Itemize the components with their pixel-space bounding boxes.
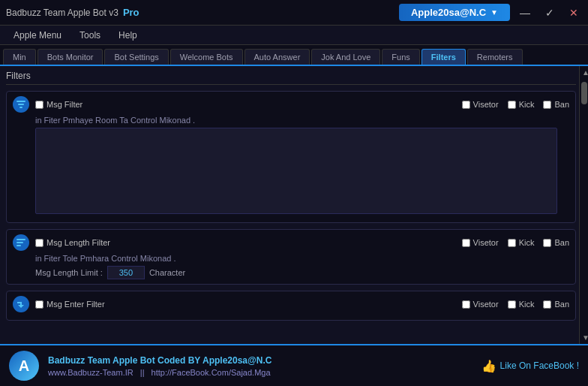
msg-enter-visetor[interactable] bbox=[462, 300, 470, 309]
title-bar: Badbuzz Team Apple Bot v3 Pro Apple20sa@… bbox=[0, 0, 588, 26]
msg-enter-ban-label[interactable]: Ban bbox=[543, 300, 569, 309]
funnel-icon bbox=[16, 99, 26, 110]
msg-enter-filter-header: Msg Enter Filter Visetor Kick Ban bbox=[13, 296, 569, 312]
msg-enter-filter-checkbox-label[interactable]: Msg Enter Filter bbox=[35, 300, 105, 309]
footer-url1[interactable]: www.Badbuzz-Team.IR bbox=[48, 368, 134, 377]
content-area: Filters Msg Filter bbox=[0, 66, 588, 344]
msg-filter-name: Msg Filter bbox=[46, 100, 82, 109]
main-content: ▲ ▼ Filters Msg Filter bbox=[0, 66, 588, 344]
msg-enter-kick-label[interactable]: Kick bbox=[508, 300, 535, 309]
msg-length-ban[interactable] bbox=[543, 239, 551, 247]
msg-length-filter-checkbox-label[interactable]: Msg Length Filter bbox=[35, 238, 110, 247]
dropdown-arrow-icon[interactable]: ▼ bbox=[490, 8, 498, 17]
scroll-thumb[interactable] bbox=[581, 82, 587, 104]
footer-text: Badbuzz Team Apple Bot Coded BY Apple20s… bbox=[48, 355, 482, 377]
msg-filter-checkbox[interactable] bbox=[35, 101, 44, 109]
tab-filters[interactable]: Filters bbox=[422, 49, 466, 65]
msg-filter-icon bbox=[13, 96, 29, 113]
msg-filter-visetor-label[interactable]: Visetor bbox=[462, 100, 499, 109]
tab-funs[interactable]: Funs bbox=[382, 49, 419, 65]
length-filter-icon bbox=[16, 237, 26, 248]
msg-enter-visetor-text: Visetor bbox=[473, 300, 499, 309]
msg-filter-textarea[interactable] bbox=[35, 128, 557, 214]
msg-filter-visetor[interactable] bbox=[462, 101, 470, 109]
tab-bots-monitor[interactable]: Bots Monitor bbox=[38, 49, 104, 65]
msg-filter-desc: in Fiter Pmhaye Room Ta Control Mikonad … bbox=[35, 116, 569, 125]
msg-enter-kick-text: Kick bbox=[519, 300, 535, 309]
msg-length-kick-text: Kick bbox=[519, 238, 535, 247]
tab-bot-settings[interactable]: Bot Settings bbox=[104, 49, 168, 65]
msg-filter-kick[interactable] bbox=[508, 101, 516, 109]
msg-length-ban-label[interactable]: Ban bbox=[543, 238, 569, 247]
msg-length-filter-checkbox[interactable] bbox=[35, 239, 44, 247]
svg-rect-3 bbox=[16, 239, 26, 240]
msg-filter-checkbox-label[interactable]: Msg Filter bbox=[35, 100, 82, 109]
msg-length-limit-label: Msg Length Limit : bbox=[35, 268, 103, 277]
msg-filter-block: Msg Filter Visetor Kick Ban bbox=[6, 91, 576, 223]
msg-enter-filter-checkbox[interactable] bbox=[35, 300, 44, 309]
msg-enter-filter-options: Msg Enter Filter Visetor Kick Ban bbox=[35, 300, 569, 309]
character-label: Character bbox=[149, 268, 185, 277]
tab-remoters[interactable]: Remoters bbox=[467, 49, 523, 65]
scroll-up-arrow[interactable]: ▲ bbox=[580, 66, 588, 79]
msg-length-filter-icon bbox=[13, 234, 29, 251]
msg-length-visetor-label[interactable]: Visetor bbox=[462, 238, 499, 247]
title-bar-left: Badbuzz Team Apple Bot v3 Pro bbox=[6, 7, 399, 18]
msg-length-ban-text: Ban bbox=[554, 238, 569, 247]
section-title: Filters bbox=[6, 71, 576, 85]
pro-badge: Pro bbox=[123, 7, 140, 18]
footer-urls: www.Badbuzz-Team.IR || http://FaceBook.C… bbox=[48, 368, 482, 377]
msg-filter-kick-label[interactable]: Kick bbox=[508, 100, 535, 109]
msg-filter-ban-label[interactable]: Ban bbox=[543, 100, 569, 109]
app-name: Badbuzz Team Apple Bot v3 bbox=[6, 8, 118, 18]
msg-length-filter-desc: in Fiter Tole Pmhara Control Mikonad . bbox=[35, 254, 569, 263]
menu-tools[interactable]: Tools bbox=[72, 28, 108, 43]
msg-length-visetor-text: Visetor bbox=[473, 238, 499, 247]
msg-length-filter-options: Msg Length Filter Visetor Kick Ban bbox=[35, 238, 569, 247]
msg-length-row: Msg Length Limit : Character bbox=[35, 266, 569, 279]
scrollbar[interactable]: ▲ ▼ bbox=[579, 66, 588, 344]
tab-min[interactable]: Min bbox=[3, 49, 36, 65]
like-text: Like On FaceBook ! bbox=[500, 360, 579, 371]
close-button[interactable]: ✕ bbox=[566, 5, 582, 20]
footer-separator: || bbox=[140, 368, 145, 377]
svg-rect-5 bbox=[16, 245, 21, 246]
msg-enter-filter-icon bbox=[13, 296, 29, 312]
footer: A Badbuzz Team Apple Bot Coded BY Apple2… bbox=[0, 344, 588, 386]
msg-filter-visetor-text: Visetor bbox=[473, 100, 499, 109]
msg-enter-ban[interactable] bbox=[543, 300, 551, 309]
msg-filter-ban[interactable] bbox=[543, 101, 551, 109]
confirm-button[interactable]: ✓ bbox=[542, 5, 558, 20]
tab-jok-and-love[interactable]: Jok And Love bbox=[311, 49, 380, 65]
msg-length-input[interactable] bbox=[107, 266, 145, 279]
msg-enter-kick[interactable] bbox=[508, 300, 516, 309]
msg-filter-ban-text: Ban bbox=[554, 100, 569, 109]
msg-enter-filter-name: Msg Enter Filter bbox=[46, 300, 105, 309]
msg-enter-visetor-label[interactable]: Visetor bbox=[462, 300, 499, 309]
menu-apple[interactable]: Apple Menu bbox=[6, 28, 69, 43]
footer-like[interactable]: 👍 Like On FaceBook ! bbox=[482, 359, 579, 373]
tab-welcome-bots[interactable]: Welcome Bots bbox=[170, 49, 243, 65]
tab-auto-answer[interactable]: Auto Answer bbox=[244, 49, 310, 65]
msg-enter-ban-text: Ban bbox=[554, 300, 569, 309]
menu-bar: Apple Menu Tools Help bbox=[0, 26, 588, 45]
user-display[interactable]: Apple20sa@N.C ▼ bbox=[399, 4, 510, 21]
footer-logo: A bbox=[9, 351, 39, 381]
msg-length-kick[interactable] bbox=[508, 239, 516, 247]
msg-enter-filter-block: Msg Enter Filter Visetor Kick Ban bbox=[6, 291, 576, 321]
msg-length-filter-name: Msg Length Filter bbox=[46, 238, 110, 247]
enter-filter-icon bbox=[16, 299, 26, 309]
scroll-down-arrow[interactable]: ▼ bbox=[580, 331, 588, 344]
msg-filter-kick-text: Kick bbox=[519, 100, 535, 109]
msg-filter-options: Msg Filter Visetor Kick Ban bbox=[35, 100, 569, 109]
footer-url2[interactable]: http://FaceBook.Com/Sajad.Mga bbox=[152, 368, 271, 377]
msg-length-visetor[interactable] bbox=[462, 239, 470, 247]
svg-rect-1 bbox=[18, 104, 24, 105]
menu-help[interactable]: Help bbox=[111, 28, 145, 43]
minimize-button[interactable]: — bbox=[516, 5, 534, 20]
msg-filter-header: Msg Filter Visetor Kick Ban bbox=[13, 96, 569, 113]
msg-length-kick-label[interactable]: Kick bbox=[508, 238, 535, 247]
msg-length-filter-header: Msg Length Filter Visetor Kick Ban bbox=[13, 234, 569, 251]
window-controls: — ✓ ✕ bbox=[516, 5, 582, 20]
svg-rect-4 bbox=[16, 242, 23, 243]
